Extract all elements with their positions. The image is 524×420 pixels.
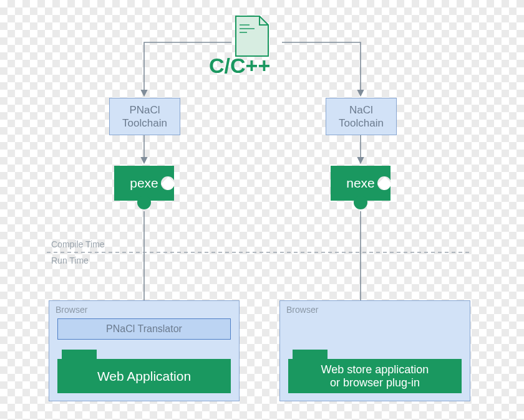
nexe-artifact: nexe: [331, 166, 391, 201]
puzzle-notch-icon: [377, 176, 391, 190]
web-store-application-label: Web store application or browser plug-in: [321, 363, 429, 389]
web-store-application-box: Web store application or browser plug-in: [288, 359, 462, 393]
run-time-label: Run Time: [51, 255, 89, 265]
web-application-label: Web Application: [97, 369, 191, 384]
compile-time-label: Compile Time: [51, 239, 105, 249]
puzzle-tab-icon: [137, 196, 151, 209]
pexe-label: pexe: [130, 176, 158, 191]
browser-title-left: Browser: [56, 305, 87, 315]
nexe-label: nexe: [346, 176, 375, 191]
source-language-label: C/C++: [209, 54, 270, 78]
browser-title-right: Browser: [286, 305, 318, 315]
pnacl-toolchain-box: PNaCl Toolchain: [109, 98, 180, 135]
source-file-icon: [236, 16, 268, 56]
nacl-toolchain-box: NaCl Toolchain: [326, 98, 397, 135]
puzzle-tab-icon: [354, 196, 367, 209]
puzzle-notch-icon: [161, 176, 175, 190]
pexe-artifact: pexe: [114, 166, 174, 201]
web-application-box: Web Application: [57, 359, 231, 393]
pnacl-translator-box: PNaCl Translator: [57, 318, 231, 340]
